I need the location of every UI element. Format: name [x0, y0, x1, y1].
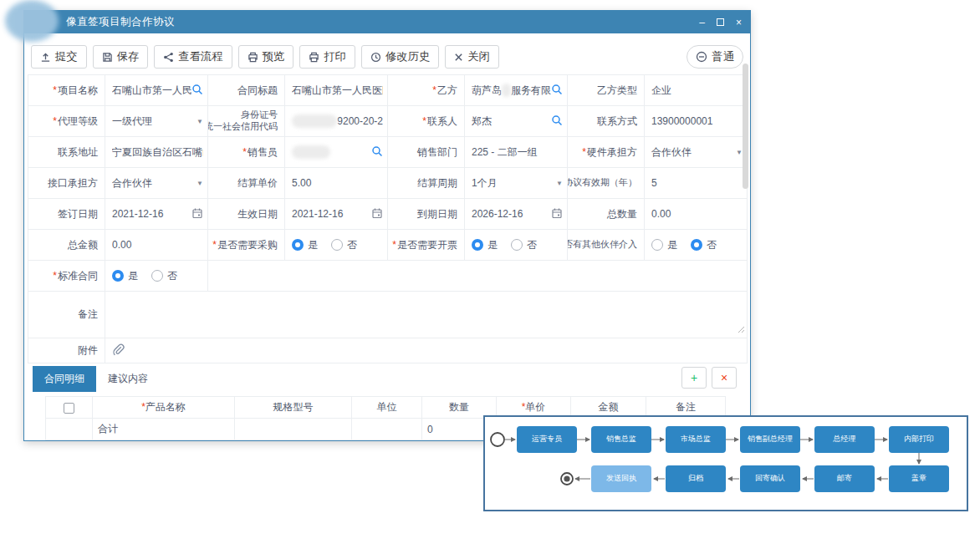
- hardware-bearer-select[interactable]: 合作伙伴▼: [645, 137, 748, 168]
- contract-title-field[interactable]: 石嘴山市第一人民医院数字: [285, 75, 388, 106]
- tab-contract-detail[interactable]: 合同明细: [33, 366, 96, 392]
- party-b-field[interactable]: 葫芦岛服务有限: [465, 75, 568, 106]
- toolbar: 提交 保存 查看流程 预览 打印 修改历史 关闭 普通: [24, 33, 750, 72]
- contract-dialog: 像直签项目制合作协议 – × 提交 保存 查看流程 预览 打印: [23, 10, 751, 441]
- chevron-down-icon: ▼: [197, 118, 203, 125]
- agent-level-label: *代理等级: [28, 106, 105, 137]
- paperclip-icon[interactable]: [112, 343, 125, 358]
- contract-form: *项目名称 石嘴山市第一人民医院数字影 合同标题 石嘴山市第一人民医院数字 *乙…: [28, 74, 747, 363]
- calendar-icon[interactable]: [551, 207, 563, 221]
- search-icon[interactable]: [551, 84, 563, 98]
- save-button[interactable]: 保存: [93, 45, 149, 69]
- contract-title-label: 合同标题: [208, 75, 285, 106]
- mode-button[interactable]: 普通: [687, 45, 743, 69]
- credit-code-field[interactable]: 9200-20-2: [285, 106, 388, 137]
- print-button[interactable]: 打印: [299, 45, 355, 69]
- remark-label: 备注: [28, 292, 105, 338]
- total-qty-field[interactable]: 0.00: [645, 199, 748, 230]
- add-row-button[interactable]: +: [681, 367, 707, 389]
- flow-node: 总经理: [814, 426, 875, 453]
- tab-suggestion[interactable]: 建议内容: [108, 372, 148, 386]
- need-invoice-label: *是否需要开票: [388, 230, 465, 261]
- effect-date-label: 生效日期: [208, 199, 285, 230]
- flow-node: 盖章: [889, 465, 949, 492]
- preview-button[interactable]: 预览: [238, 45, 294, 69]
- col-product-name: *产品名称: [93, 397, 235, 419]
- printer-icon: [248, 52, 258, 63]
- attachment-field: [105, 338, 748, 363]
- radio-yes[interactable]: [651, 239, 663, 251]
- valid-years-label: 协议有效期（年）: [568, 168, 645, 199]
- salesman-field[interactable]: [285, 137, 388, 168]
- upload-icon: [40, 52, 51, 63]
- effect-date-field[interactable]: 2021-12-16: [285, 199, 388, 230]
- credit-code-label: 身份证号 统一社会信用代码: [208, 106, 285, 137]
- sales-dept-field[interactable]: 225 - 二部一组: [465, 137, 568, 168]
- chevron-down-icon: ▼: [736, 149, 743, 156]
- settle-price-label: 结算单价: [208, 168, 285, 199]
- party-b-type-field[interactable]: 企业: [645, 75, 748, 106]
- search-icon[interactable]: [551, 114, 563, 129]
- total-amount-field[interactable]: 0.00: [105, 230, 208, 261]
- calendar-icon[interactable]: [371, 207, 383, 221]
- header-checkbox-cell: [46, 397, 93, 419]
- hardware-bearer-label: *硬件承担方: [568, 137, 645, 168]
- total-qty-label: 总数量: [568, 199, 645, 230]
- view-flow-button[interactable]: 查看流程: [154, 45, 232, 69]
- start-node-icon: [491, 433, 504, 446]
- search-icon[interactable]: [191, 84, 203, 98]
- maximize-icon[interactable]: [717, 18, 724, 26]
- radio-no[interactable]: [691, 239, 702, 251]
- contact-address-field[interactable]: 宁夏回族自治区石嘴山市: [105, 137, 208, 168]
- radio-no[interactable]: [511, 239, 523, 251]
- delete-row-button[interactable]: ×: [712, 367, 737, 389]
- contact-field[interactable]: 郑杰: [465, 106, 568, 137]
- radio-yes[interactable]: [472, 239, 483, 251]
- radio-no[interactable]: [331, 239, 343, 251]
- need-invoice-radio-group: 是否: [465, 230, 568, 261]
- flow-node: 销售总监: [591, 426, 651, 453]
- workflow-panel: 运营专员 销售总监 市场总监 销售副总经理 总经理 内部打印 发送回执 归档 回…: [483, 415, 968, 511]
- interface-bearer-label: 接口承担方: [28, 168, 105, 199]
- printer-icon: [309, 52, 319, 63]
- close-window-icon[interactable]: ×: [736, 18, 742, 28]
- flow-node: 回寄确认: [740, 465, 800, 492]
- radio-yes[interactable]: [112, 270, 124, 282]
- project-name-field[interactable]: 石嘴山市第一人民医院数字影: [105, 75, 208, 106]
- contact-phone-field[interactable]: 13900000001: [645, 106, 748, 137]
- party-b-label: *乙方: [388, 75, 465, 106]
- valid-years-field[interactable]: 5: [645, 168, 748, 199]
- expire-date-field[interactable]: 2026-12-16: [465, 199, 568, 230]
- circle-minus-icon: [696, 51, 707, 63]
- detail-tabbar: 合同明细 建议内容 + ×: [28, 366, 747, 391]
- calendar-icon[interactable]: [191, 207, 203, 221]
- contact-phone-label: 联系方式: [568, 106, 645, 137]
- vertical-scrollbar[interactable]: [743, 64, 748, 189]
- attachment-label: 附件: [28, 338, 105, 363]
- settle-price-field[interactable]: 5.00: [285, 168, 388, 199]
- submit-button[interactable]: 提交: [31, 45, 87, 69]
- dialog-title: 像直签项目制合作协议: [66, 15, 699, 29]
- redaction-blur: [502, 84, 511, 97]
- agent-level-select[interactable]: 一级代理▼: [105, 106, 208, 137]
- flow-node: 邮寄: [814, 465, 875, 492]
- flow-node: 销售副总经理: [740, 426, 800, 453]
- settle-cycle-label: 结算周期: [388, 168, 465, 199]
- empty-cell: [208, 261, 748, 292]
- select-all-checkbox[interactable]: [64, 403, 74, 414]
- close-icon: [454, 53, 463, 62]
- history-button[interactable]: 修改历史: [361, 45, 439, 69]
- resize-handle-icon[interactable]: [738, 324, 745, 336]
- flow-node: 市场总监: [666, 426, 726, 453]
- share-icon: [163, 52, 174, 63]
- sign-date-field[interactable]: 2021-12-16: [105, 199, 208, 230]
- radio-yes[interactable]: [292, 239, 304, 251]
- close-button[interactable]: 关闭: [445, 45, 499, 69]
- radio-no[interactable]: [151, 270, 163, 282]
- interface-bearer-select[interactable]: 合作伙伴▼: [105, 168, 208, 199]
- minimize-icon[interactable]: –: [699, 18, 705, 28]
- other-partner-radio-group: 是否: [645, 230, 748, 261]
- search-icon[interactable]: [371, 145, 383, 160]
- remark-textarea[interactable]: [105, 292, 748, 338]
- settle-cycle-select[interactable]: 1个月▼: [465, 168, 568, 199]
